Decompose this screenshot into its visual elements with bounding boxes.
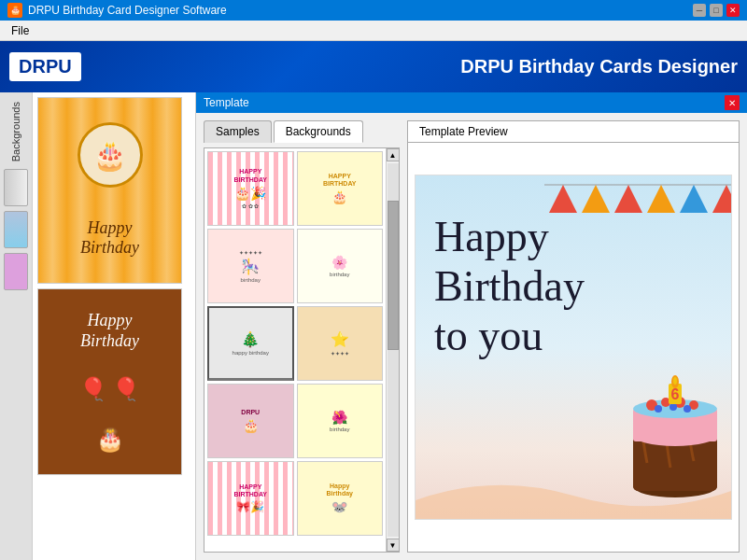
thumb-icon-4: 🌸 (331, 255, 347, 270)
left-panel: Samples Backgrounds HAPPYBIRTHDAY 🎂🎉 (204, 120, 400, 553)
template-thumb-3[interactable]: ✦✦✦✦✦ 🎠 birthday (207, 229, 294, 303)
thumb-cake-1: 🎂🎉 (234, 186, 266, 201)
svg-marker-4 (647, 185, 675, 213)
preview-text-line2: Birthday (434, 262, 585, 312)
app-title: DRPU Birthday Card Designer Software (28, 4, 693, 17)
scroll-up-button[interactable]: ▲ (387, 148, 400, 161)
card-previews-panel: 🎂 HappyBirthday HappyBirthday 🎈 🎈 🎂 (33, 92, 196, 560)
dialog-title: Template (204, 96, 725, 109)
svg-text:6: 6 (671, 386, 680, 402)
template-thumb-9[interactable]: HAPPYBIRTHDAY 🎀🎉 (207, 461, 294, 536)
thumb-small-3b: birthday (241, 277, 261, 283)
scroll-down-button[interactable]: ▼ (387, 539, 400, 552)
app-header: DRPU DRPU Birthday Cards Designer (0, 41, 747, 92)
left-sidebar: Backgrounds (0, 92, 33, 560)
thumb-icon-6: ⭐ (331, 330, 349, 348)
preview-text-line3: to you (434, 312, 585, 361)
svg-marker-2 (582, 185, 610, 213)
menu-bar: File (0, 21, 747, 41)
thumb-text-2: HAPPYBIRTHDAY (323, 173, 357, 189)
balloon-icon-2: 🎈 (112, 376, 140, 402)
grid-scrollbar: ▲ ▼ (386, 148, 399, 552)
template-thumb-7[interactable]: DRPU 🎂 (207, 384, 294, 458)
thumb-text-10: HappyBirthday (327, 483, 353, 498)
drpu-logo: DRPU (9, 52, 81, 81)
tab-samples[interactable]: Samples (204, 120, 272, 143)
card2-icons: 🎈 🎈 (79, 376, 140, 402)
scroll-track (388, 163, 399, 537)
template-grid-container: HAPPYBIRTHDAY 🎂🎉 ✿ ✿ ✿ HAPPYBIRTHDAY 🎂 (204, 147, 400, 553)
thumb-text-7: DRPU (241, 409, 260, 416)
card1-text: HappyBirthday (80, 218, 139, 259)
thumb-icon-10: 🐭 (331, 499, 347, 514)
bunting-decoration (544, 175, 731, 231)
app-close-button[interactable]: ✕ (726, 4, 740, 17)
cake-icon-2: 🎂 (96, 427, 124, 453)
thumb-icon-7: 🎂 (243, 418, 259, 433)
thumb-small-4: birthday (330, 272, 349, 277)
svg-point-16 (655, 405, 662, 413)
preview-tab[interactable]: Template Preview (407, 120, 740, 142)
app-header-title: DRPU Birthday Cards Designer (100, 56, 738, 77)
app-icon: 🎂 (7, 3, 22, 18)
title-bar: 🎂 DRPU Birthday Card Designer Software ─… (0, 0, 747, 21)
thumb-small-8: birthday (330, 427, 349, 432)
balloon-icon: 🎈 (79, 376, 107, 402)
dialog-close-button[interactable]: ✕ (725, 95, 740, 110)
dialog-content: Samples Backgrounds HAPPYBIRTHDAY 🎂🎉 (196, 113, 747, 560)
thumb-icon-5: 🎄 (241, 330, 260, 348)
thumb-icon-3: 🎠 (241, 258, 260, 275)
svg-marker-1 (549, 185, 577, 213)
sidebar-label: Backgrounds (8, 97, 23, 166)
preview-card-text: Happy Birthday to you (434, 213, 585, 361)
birthday-card-preview: Happy Birthday to you (415, 175, 732, 520)
card-preview-1[interactable]: 🎂 HappyBirthday (37, 97, 182, 284)
sidebar-thumb-3[interactable] (4, 253, 28, 290)
thumb-small-3: ✦✦✦✦✦ (239, 249, 262, 256)
thumb-text-9: HAPPYBIRTHDAY (233, 483, 267, 499)
dialog-title-bar: Template ✕ (196, 92, 747, 113)
tab-backgrounds[interactable]: Backgrounds (274, 120, 363, 143)
thumb-small-6: ✦✦✦✦ (331, 350, 349, 357)
template-thumb-10[interactable]: HappyBirthday 🐭 (297, 461, 384, 536)
template-dialog: Template ✕ Samples Backgrounds (196, 92, 747, 560)
svg-marker-6 (712, 185, 731, 213)
sidebar-thumb-1[interactable] (4, 169, 28, 206)
template-grid: HAPPYBIRTHDAY 🎂🎉 ✿ ✿ ✿ HAPPYBIRTHDAY 🎂 (204, 148, 386, 552)
svg-point-18 (684, 405, 691, 413)
template-thumb-4[interactable]: 🌸 birthday (297, 229, 384, 303)
template-thumb-1[interactable]: HAPPYBIRTHDAY 🎂🎉 ✿ ✿ ✿ (207, 151, 294, 226)
svg-point-22 (673, 377, 677, 385)
preview-area: Happy Birthday to you (407, 142, 740, 553)
card-preview-2[interactable]: HappyBirthday 🎈 🎈 🎂 (37, 288, 182, 475)
cake-icon-1: 🎂 (78, 122, 143, 188)
thumb-icon-8: 🌺 (331, 410, 347, 425)
svg-point-17 (669, 403, 677, 411)
sidebar-thumb-2[interactable] (4, 211, 28, 248)
tab-bar: Samples Backgrounds (204, 120, 400, 143)
thumb-small-1: ✿ ✿ ✿ (242, 203, 259, 209)
template-thumb-5[interactable]: 🎄 happy birthday (207, 306, 294, 381)
thumb-icon-2: 🎂 (331, 189, 347, 204)
template-thumb-2[interactable]: HAPPYBIRTHDAY 🎂 (297, 151, 384, 226)
maximize-button[interactable]: □ (710, 4, 723, 17)
template-thumb-6[interactable]: ⭐ ✦✦✦✦ (297, 306, 384, 381)
template-thumb-8[interactable]: 🌺 birthday (297, 384, 384, 458)
svg-marker-3 (614, 185, 642, 213)
card2-text: HappyBirthday (80, 311, 139, 351)
right-panel: Template Preview (407, 120, 740, 553)
main-content: Backgrounds 🎂 HappyBirthday HappyBirthda… (0, 92, 747, 560)
thumb-text-1: HAPPYBIRTHDAY (233, 168, 267, 184)
preview-cake-svg: 6 (591, 342, 722, 510)
thumb-icon-9: 🎀🎉 (236, 500, 264, 513)
scroll-thumb[interactable] (388, 201, 399, 350)
file-menu[interactable]: File (4, 22, 36, 39)
thumb-small-5: happy birthday (233, 350, 269, 356)
title-bar-controls: ─ □ ✕ (693, 4, 740, 17)
svg-marker-5 (680, 185, 708, 213)
minimize-button[interactable]: ─ (693, 4, 706, 17)
